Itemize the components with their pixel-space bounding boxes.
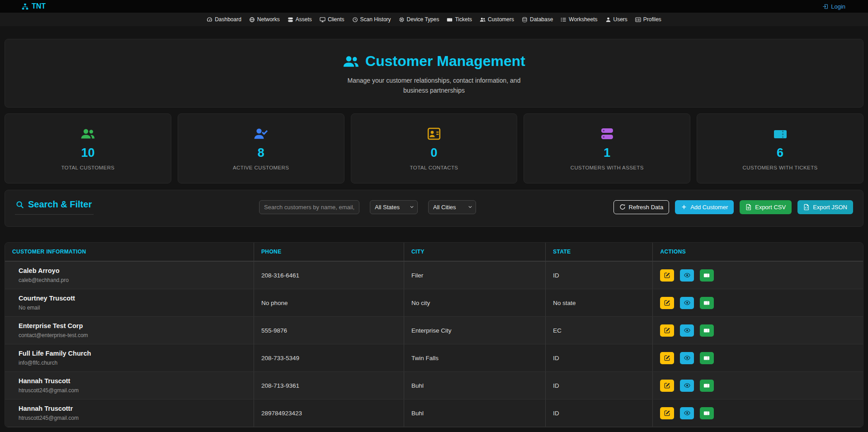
column-header: CITY bbox=[404, 243, 546, 261]
menu-item[interactable]: Dashboard bbox=[207, 16, 241, 23]
brand-logo[interactable]: TNT bbox=[22, 2, 46, 10]
customer-tickets-button[interactable] bbox=[700, 352, 714, 364]
edit-customer-button[interactable] bbox=[660, 352, 674, 364]
stat-card: 1 CUSTOMERS WITH ASSETS bbox=[524, 113, 690, 183]
customer-name: Hannah Truscott bbox=[19, 377, 246, 385]
menu-item-label: Worksheets bbox=[569, 16, 597, 23]
menu-item[interactable]: Users bbox=[605, 16, 627, 23]
view-customer-button[interactable] bbox=[680, 297, 694, 309]
customer-tickets-button[interactable] bbox=[700, 269, 714, 282]
customer-actions-cell bbox=[653, 261, 863, 289]
speedometer-icon bbox=[207, 17, 212, 23]
view-customer-button[interactable] bbox=[680, 380, 694, 392]
view-customer-button[interactable] bbox=[680, 324, 694, 337]
customer-actions-cell bbox=[653, 317, 863, 344]
customer-info-cell: Full Life Family Church info@flfc.church bbox=[5, 344, 254, 372]
display-icon bbox=[320, 17, 326, 23]
view-customer-button[interactable] bbox=[680, 407, 694, 419]
menu-item-label: Clients bbox=[328, 16, 344, 23]
edit-customer-button[interactable] bbox=[660, 297, 674, 309]
customer-email: contact@enterprise-test.com bbox=[19, 332, 246, 338]
menu-item[interactable]: Customers bbox=[480, 16, 514, 23]
menu-item-label: Dashboard bbox=[215, 16, 241, 23]
menu-item-label: Networks bbox=[257, 16, 280, 23]
customer-email: No email bbox=[19, 305, 246, 311]
customer-actions-cell bbox=[653, 372, 863, 399]
menu-item[interactable]: Profiles bbox=[635, 16, 661, 23]
file-json-icon bbox=[803, 204, 810, 210]
customer-actions-cell bbox=[653, 399, 863, 427]
card-list-icon bbox=[635, 17, 641, 23]
refresh-data-button[interactable]: Refresh Data bbox=[613, 200, 670, 214]
plus-icon bbox=[681, 204, 687, 210]
ticket-icon bbox=[773, 127, 788, 141]
customer-row: Caleb Arroyo caleb@techhand.pro 208-316-… bbox=[5, 261, 863, 289]
main-menu: Dashboard Networks Assets Clients Scan H… bbox=[0, 13, 868, 26]
person-check-icon bbox=[254, 127, 268, 141]
menu-item[interactable]: Clients bbox=[320, 16, 344, 23]
customer-actions-cell bbox=[653, 344, 863, 372]
customer-email: htruscott245@gmail.com bbox=[19, 387, 246, 394]
ticket-icon bbox=[703, 272, 710, 278]
customer-name: Enterprise Test Corp bbox=[19, 322, 246, 329]
stat-card: 6 CUSTOMERS WITH TICKETS bbox=[697, 113, 863, 183]
edit-customer-button[interactable] bbox=[660, 324, 674, 337]
customer-city: Filer bbox=[404, 261, 546, 289]
customer-city: Enterprise City bbox=[404, 317, 546, 344]
cpu-icon bbox=[399, 17, 405, 23]
menu-item[interactable]: Database bbox=[522, 16, 553, 23]
customer-phone: 289784923423 bbox=[254, 399, 404, 427]
login-link[interactable]: Login bbox=[822, 3, 845, 10]
edit-customer-button[interactable] bbox=[660, 380, 674, 392]
stat-value: 6 bbox=[777, 146, 783, 160]
search-icon bbox=[16, 201, 24, 209]
customer-tickets-button[interactable] bbox=[700, 407, 714, 419]
menu-item[interactable]: Tickets bbox=[447, 16, 472, 23]
menu-item-label: Tickets bbox=[455, 16, 472, 23]
view-customer-button[interactable] bbox=[680, 352, 694, 364]
customer-tickets-button[interactable] bbox=[700, 297, 714, 309]
edit-customer-button[interactable] bbox=[660, 269, 674, 282]
server-icon bbox=[288, 17, 293, 23]
menu-item[interactable]: Scan History bbox=[352, 16, 391, 23]
eye-icon bbox=[684, 327, 690, 333]
customer-row: Full Life Family Church info@flfc.church… bbox=[5, 344, 863, 372]
stat-label: ACTIVE CUSTOMERS bbox=[233, 165, 289, 170]
menu-item[interactable]: Networks bbox=[249, 16, 280, 23]
customer-state: ID bbox=[546, 399, 653, 427]
eye-icon bbox=[684, 355, 690, 361]
customer-search-input[interactable] bbox=[259, 200, 359, 214]
list-icon bbox=[561, 17, 566, 23]
customer-tickets-button[interactable] bbox=[700, 324, 714, 337]
menu-item[interactable]: Assets bbox=[288, 16, 312, 23]
edit-customer-button[interactable] bbox=[660, 407, 674, 419]
export-json-button[interactable]: Export JSON bbox=[797, 200, 853, 214]
menu-item-label: Customers bbox=[488, 16, 514, 23]
customer-state: ID bbox=[546, 344, 653, 372]
state-filter-select[interactable]: All States bbox=[370, 200, 418, 214]
column-header: ACTIONS bbox=[653, 243, 863, 261]
pencil-square-icon bbox=[664, 355, 670, 361]
eye-icon bbox=[684, 272, 690, 278]
customer-name: Caleb Arroyo bbox=[19, 267, 246, 274]
customer-row: Courtney Truscott No email No phone No c… bbox=[5, 289, 863, 317]
customer-info-cell: Enterprise Test Corp contact@enterprise-… bbox=[5, 317, 254, 344]
view-customer-button[interactable] bbox=[680, 269, 694, 282]
column-header: PHONE bbox=[254, 243, 404, 261]
ticket-icon bbox=[703, 327, 710, 333]
stat-value: 1 bbox=[604, 146, 610, 160]
menu-item[interactable]: Device Types bbox=[399, 16, 439, 23]
customer-tickets-button[interactable] bbox=[700, 380, 714, 392]
customer-info-cell: Hannah Truscott htruscott245@gmail.com bbox=[5, 372, 254, 399]
customer-row: Hannah Truscottr htruscott245@gmail.com … bbox=[5, 399, 863, 427]
add-customer-button[interactable]: Add Customer bbox=[675, 200, 734, 214]
stat-card: 0 TOTAL CONTACTS bbox=[351, 113, 518, 183]
network-diagram-icon bbox=[22, 3, 28, 10]
city-filter-select[interactable]: All Cities bbox=[428, 200, 476, 214]
customer-state: No state bbox=[546, 289, 653, 317]
menu-item-label: Database bbox=[530, 16, 553, 23]
menu-item-label: Users bbox=[613, 16, 627, 23]
export-csv-button[interactable]: Export CSV bbox=[740, 200, 792, 214]
customer-info-cell: Caleb Arroyo caleb@techhand.pro bbox=[5, 261, 254, 289]
menu-item[interactable]: Worksheets bbox=[561, 16, 597, 23]
